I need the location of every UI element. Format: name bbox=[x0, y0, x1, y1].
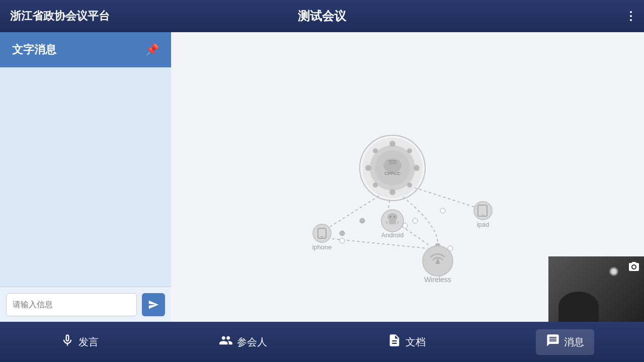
svg-point-39 bbox=[474, 202, 492, 220]
svg-point-7 bbox=[340, 238, 345, 243]
send-icon bbox=[148, 299, 159, 310]
camera-switch-button[interactable] bbox=[628, 260, 640, 275]
svg-point-21 bbox=[373, 148, 378, 153]
svg-point-5 bbox=[360, 218, 365, 223]
camera-preview bbox=[548, 256, 644, 322]
sidebar: 文字消息 📌 bbox=[0, 32, 171, 322]
svg-point-36 bbox=[313, 224, 331, 242]
app-header: 浙江省政协会议平台 测试会议 bbox=[0, 0, 644, 32]
content-area: 1949 CPPCC Android iphone bbox=[171, 32, 644, 322]
nav-messages-label: 消息 bbox=[564, 335, 584, 349]
meeting-title: 测试会议 bbox=[298, 8, 346, 24]
svg-point-19 bbox=[365, 165, 371, 171]
svg-text:A: A bbox=[435, 257, 440, 265]
svg-text:1949: 1949 bbox=[388, 161, 396, 165]
svg-text:CPPCC: CPPCC bbox=[384, 171, 400, 176]
svg-point-17 bbox=[389, 141, 395, 147]
svg-point-8 bbox=[440, 208, 445, 213]
participants-icon bbox=[219, 333, 233, 351]
nav-item-messages[interactable]: 消息 bbox=[536, 329, 594, 355]
main-layout: 文字消息 📌 bbox=[0, 32, 644, 322]
bottom-navigation: 发言 参会人 文档 消息 bbox=[0, 322, 644, 362]
nav-speech-label: 发言 bbox=[78, 335, 99, 349]
nav-item-documents[interactable]: 文档 bbox=[377, 329, 436, 355]
message-input[interactable] bbox=[6, 293, 137, 316]
sidebar-header: 文字消息 📌 bbox=[0, 32, 171, 67]
speech-icon bbox=[60, 333, 74, 351]
messages-icon bbox=[546, 333, 560, 351]
svg-point-22 bbox=[407, 148, 412, 153]
nav-item-speech[interactable]: 发言 bbox=[50, 329, 109, 355]
nav-documents-label: 文档 bbox=[406, 335, 426, 349]
pin-icon: 📌 bbox=[145, 43, 159, 56]
more-menu-button[interactable] bbox=[628, 9, 634, 23]
nav-item-participants[interactable]: 参会人 bbox=[209, 329, 277, 355]
nav-participants-label: 参会人 bbox=[237, 335, 267, 349]
wireless-label: Wireless bbox=[424, 276, 451, 284]
svg-point-20 bbox=[414, 165, 420, 171]
svg-rect-33 bbox=[389, 220, 396, 224]
input-area bbox=[0, 287, 171, 322]
svg-point-31 bbox=[389, 216, 391, 218]
message-list bbox=[0, 67, 171, 287]
camera-switch-icon bbox=[628, 260, 640, 273]
svg-point-18 bbox=[389, 189, 395, 195]
send-button[interactable] bbox=[142, 293, 165, 316]
svg-point-9 bbox=[413, 218, 418, 223]
svg-point-24 bbox=[407, 183, 412, 188]
camera-light bbox=[609, 266, 619, 277]
svg-point-23 bbox=[373, 183, 378, 188]
ipad-label: ipad bbox=[477, 221, 490, 228]
camera-inner bbox=[548, 256, 644, 322]
svg-point-32 bbox=[393, 216, 395, 218]
iphone-label: iphone bbox=[312, 243, 332, 251]
svg-point-6 bbox=[340, 231, 345, 236]
documents-icon bbox=[387, 333, 401, 351]
app-title: 浙江省政协会议平台 bbox=[10, 9, 110, 24]
svg-point-30 bbox=[387, 213, 397, 221]
android-label: Android bbox=[381, 231, 404, 239]
sidebar-title: 文字消息 bbox=[12, 42, 56, 57]
person-silhouette bbox=[558, 292, 599, 322]
